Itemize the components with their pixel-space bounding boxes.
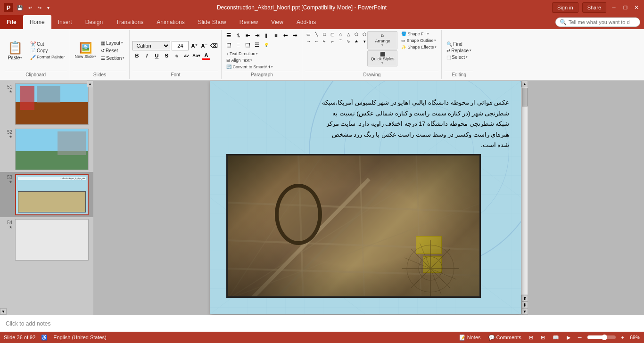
shape-outline-button[interactable]: ▭ Shape Outline ▾ [399, 38, 438, 43]
zoom-thumb[interactable] [602, 335, 607, 340]
view-normal-button[interactable]: ⊟ [527, 334, 535, 342]
restore-button[interactable]: ❐ [621, 4, 629, 11]
shape-rect2[interactable]: □ [321, 31, 328, 38]
shape-effects-button[interactable]: ✨ Shape Effects ▾ [399, 44, 438, 50]
slide-thumb-52[interactable]: 52 ★ [0, 127, 93, 172]
close-button[interactable]: ✕ [633, 4, 640, 11]
strikethrough-button[interactable]: S [162, 51, 171, 60]
tab-review[interactable]: Review [233, 15, 264, 29]
smart-art-button[interactable]: 💡 [262, 41, 271, 49]
redo-button[interactable]: ↪ [36, 4, 43, 11]
accessibility-button[interactable]: ♿ [41, 335, 48, 341]
notes-area[interactable]: Click to add notes [0, 315, 644, 332]
shape-diamond[interactable]: ◇ [337, 31, 344, 38]
format-painter-button[interactable]: 🖌️ Format Painter [28, 54, 67, 60]
change-case-button[interactable]: Aa▾ [192, 51, 200, 60]
shape-elbow[interactable]: ⌐ [329, 38, 336, 45]
tab-view[interactable]: View [264, 15, 290, 29]
slides-scroll-up[interactable]: ▲ [87, 81, 93, 87]
tab-design[interactable]: Design [79, 15, 109, 29]
zoom-out-button[interactable]: ─ [576, 334, 584, 341]
line-spacing-button[interactable]: ≡ [272, 31, 280, 40]
shape-more[interactable]: ▾ [361, 38, 368, 45]
new-slide-button[interactable]: 🖼️ New Slide ▾ [73, 41, 99, 60]
ltr-button[interactable]: ➡ [290, 31, 299, 40]
text-direction-button[interactable]: ↕ Text Direction ▾ [224, 51, 260, 57]
tab-animations[interactable]: Animations [150, 15, 191, 29]
font-size-input[interactable] [172, 41, 189, 50]
rtl-button[interactable]: ⬅ [281, 31, 289, 40]
scroll-up-button[interactable]: ▲ [521, 81, 528, 87]
decrease-font-size-button[interactable]: A⁻ [200, 41, 208, 50]
align-text-button[interactable]: ⊟ Align Text ▾ [224, 57, 254, 63]
tab-file[interactable]: File [0, 15, 23, 29]
shape-triangle[interactable]: △ [345, 31, 352, 38]
clear-format-button[interactable]: ⌫ [210, 41, 218, 50]
tab-slideshow[interactable]: Slide Show [191, 15, 233, 29]
tab-transitions[interactable]: Transitions [109, 15, 150, 29]
replace-button[interactable]: ⇄ Replace ▾ [445, 48, 473, 54]
tab-home[interactable]: Home [23, 15, 51, 29]
increase-font-size-button[interactable]: A⁺ [190, 41, 198, 50]
view-slideshow-button[interactable]: ▶ [565, 334, 572, 342]
reset-button[interactable]: ↺ Reset [99, 48, 126, 54]
scroll-section-down[interactable]: ⬇ [521, 302, 528, 308]
arrange-button[interactable]: ⧉ Arrange ▾ [367, 31, 397, 49]
shape-star[interactable]: ★ [353, 38, 360, 45]
tab-insert[interactable]: Insert [51, 15, 79, 29]
shape-rect[interactable]: ▭ [305, 31, 312, 38]
underline-button[interactable]: U [152, 51, 161, 60]
shape-wave[interactable]: ∿ [345, 38, 352, 45]
shape-arrow-left[interactable]: ← [313, 38, 320, 45]
slide-text-box[interactable]: عکس هوائی از محوطه دانشگاه ایالتی اهایو … [321, 98, 509, 151]
bullets-button[interactable]: ☰ [224, 31, 233, 40]
minimize-button[interactable]: ─ [610, 4, 618, 11]
slide-thumb-54[interactable]: 54 ★ [0, 217, 93, 262]
convert-smartart-button[interactable]: 🔄 Convert to SmartArt ▾ [224, 64, 275, 70]
slide-thumb-51[interactable]: 51 ★ [0, 82, 93, 127]
shape-arrow-right[interactable]: → [305, 38, 312, 45]
slides-scroll-down[interactable]: ▼ [0, 308, 7, 315]
shape-hexagon[interactable]: ⬡ [361, 31, 368, 38]
comments-button[interactable]: 💬 Comments [487, 334, 523, 342]
zoom-in-button[interactable]: + [619, 334, 626, 341]
column-button[interactable]: ⫿ [262, 31, 271, 40]
paste-dropdown-arrow[interactable]: ▾ [20, 56, 22, 60]
select-button[interactable]: ⬚ Select ▾ [445, 54, 473, 60]
increase-indent-button[interactable]: ⇥ [253, 31, 261, 40]
find-button[interactable]: 🔍 Find [445, 41, 473, 47]
quick-styles-button[interactable]: ⬛ Quick Styles ▾ [367, 50, 397, 66]
numbering-button[interactable]: ⒈ [234, 31, 242, 40]
cut-button[interactable]: ✂️ Cut [28, 41, 67, 47]
justify-button[interactable]: ☰ [253, 41, 261, 49]
shape-line[interactable]: ╲ [313, 31, 320, 38]
align-right-button[interactable]: ⬚ [243, 41, 252, 49]
slide-image-container[interactable] [226, 154, 481, 298]
undo-button[interactable]: ↩ [26, 4, 34, 11]
shadow-button[interactable]: s [172, 51, 181, 60]
scroll-thumb[interactable] [522, 88, 528, 106]
view-reading-button[interactable]: 📖 [551, 334, 561, 342]
font-color-button[interactable]: A [202, 51, 210, 60]
bold-button[interactable]: B [132, 51, 141, 60]
align-center-button[interactable]: ≡ [234, 41, 242, 49]
scroll-down-button[interactable]: ▼ [521, 308, 528, 315]
font-name-select[interactable]: Calibri [132, 41, 170, 50]
italic-button[interactable]: I [142, 51, 151, 60]
slide-canvas[interactable]: عکس هوائی از محوطه دانشگاه ایالتی اهایو … [210, 81, 521, 314]
section-button[interactable]: ☰ Section ▾ [99, 55, 126, 61]
shape-connector[interactable]: ⤷ [321, 38, 328, 45]
decrease-indent-button[interactable]: ⇤ [243, 31, 252, 40]
copy-button[interactable]: 📄 Copy [28, 48, 67, 54]
notes-button[interactable]: 📝 Notes [457, 334, 483, 342]
shape-pentagon[interactable]: ⬠ [353, 31, 360, 38]
tab-addins[interactable]: Add-Ins [290, 15, 322, 29]
layout-button[interactable]: ▦ Layout ▾ [99, 40, 126, 46]
align-left-button[interactable]: ⬚ [224, 41, 233, 49]
zoom-slider[interactable] [587, 335, 616, 339]
shape-roundrect[interactable]: ▢ [329, 31, 336, 38]
save-button[interactable]: 💾 [15, 4, 25, 11]
view-slidesorter-button[interactable]: ⊞ [539, 334, 547, 342]
shape-arc[interactable]: ⌒ [337, 38, 344, 45]
slide-thumb-53[interactable]: 53 ★ عکس هوائی از محوطه دانشگاه... [0, 172, 93, 217]
